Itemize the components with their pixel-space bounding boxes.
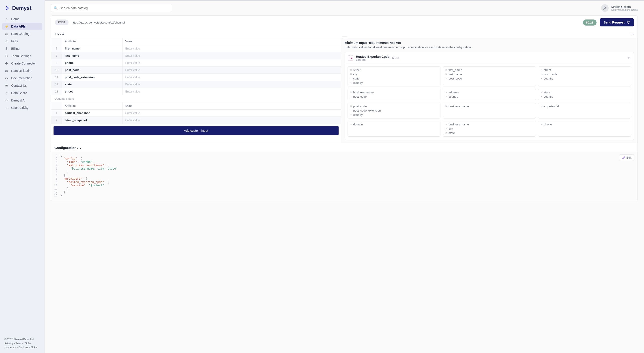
optional-header: Optional inputs (51, 95, 341, 102)
footer-link[interactable]: Terms (16, 342, 23, 345)
sidebar-item-demyst-ai[interactable]: <>Demyst AI (2, 97, 42, 104)
nav-icon: <> (4, 98, 8, 102)
x-icon: ✕ (350, 123, 352, 126)
code-line: 5 "business_name, city, state" (51, 167, 638, 170)
nav-icon: ▭ (4, 32, 8, 36)
input-value[interactable] (126, 61, 338, 64)
add-custom-input-button[interactable]: Add custom input (54, 126, 338, 135)
prohibit-icon: ⊘ (628, 56, 630, 60)
input-row: 9phone (51, 59, 341, 66)
requirement-tag: ✕country (540, 95, 629, 98)
send-request-button[interactable]: Send Request (600, 18, 634, 26)
edit-label: Edit (626, 156, 632, 159)
x-icon: ✕ (350, 68, 352, 72)
request-row: POST https://gw.us.demystdata.com/v2/cha… (51, 16, 638, 29)
config-title: Configuration (54, 146, 76, 150)
nav-icon: <> (4, 76, 8, 80)
col-value: Value (122, 102, 341, 110)
sidebar-item-files[interactable]: ≡Files (2, 38, 42, 45)
input-value[interactable] (126, 54, 338, 57)
user-menu[interactable]: Mallika Gokarn Demyst Solutions Demo (601, 4, 638, 12)
sidebar-item-billing[interactable]: $Billing (2, 45, 42, 52)
requirement-tag: ✕post_code (540, 72, 629, 76)
requirement-group: ✕street✕city✕state✕country (348, 66, 441, 86)
code-line: 10 "version": "$latest" (51, 184, 638, 187)
requirements-panel: Minimum Input Requirements Not Met Enter… (341, 38, 638, 143)
input-value[interactable] (126, 83, 338, 86)
sidebar-item-contact-us[interactable]: ✉Contact Us (2, 82, 42, 89)
col-attribute: Attribute (62, 102, 122, 110)
code-line: 9 "hosted_experian_cpdb": { (51, 180, 638, 184)
provider-price: $0.13 (392, 56, 399, 60)
input-value[interactable] (126, 68, 338, 72)
sidebar-item-documentation[interactable]: <>Documentation (2, 74, 42, 82)
config-header[interactable]: Configuration ⌄⌄ (51, 143, 638, 152)
logo[interactable]: Demyst (0, 0, 44, 14)
sidebar-item-data-share[interactable]: ↗Data Share (2, 89, 42, 96)
requirement-tag: ✕country (445, 95, 534, 98)
row-number: 2 (51, 117, 62, 124)
requirement-tag: ✕state (445, 131, 534, 134)
nav-icon: ≡ (4, 40, 8, 43)
row-number: 11 (51, 74, 62, 81)
footer-link[interactable]: Privacy (4, 342, 13, 345)
input-row: 13street (51, 88, 341, 95)
x-icon: ✕ (350, 81, 352, 84)
code-line: 13} (51, 194, 638, 197)
provider-vendor: Experian (356, 58, 390, 61)
send-label: Send Request (604, 20, 624, 24)
sidebar-item-data-utilization[interactable]: ◐Data Utilization (2, 67, 42, 74)
row-number: 7 (51, 45, 62, 52)
input-value[interactable] (126, 76, 338, 79)
request-url: https://gw.us.demystdata.com/v2/channel (72, 21, 125, 24)
requirement-tag: ✕address (445, 91, 534, 94)
requirement-tag: ✕post_code (445, 77, 534, 80)
footer-link[interactable]: SLAs (30, 346, 37, 349)
code-line: 6 ] (51, 170, 638, 174)
nav-icon: ✉ (4, 84, 8, 87)
row-number: 9 (51, 59, 62, 66)
requirement-tag: ✕domain (350, 123, 438, 126)
svg-point-2 (604, 7, 606, 8)
edit-config-button[interactable]: Edit (619, 154, 634, 161)
x-icon: ✕ (540, 77, 542, 80)
sidebar-item-home[interactable]: ⌂Home (2, 16, 42, 22)
x-icon: ✕ (350, 77, 352, 80)
nav-label: User Activity (11, 106, 28, 110)
input-value[interactable] (126, 111, 338, 115)
input-value[interactable] (126, 118, 338, 122)
nav-label: Home (11, 17, 20, 21)
requirement-tag: ✕street (350, 68, 438, 72)
drag-handle[interactable]: ··· (342, 36, 347, 39)
sidebar-item-create-connector[interactable]: ✚Create Connector (2, 60, 42, 67)
x-icon: ✕ (540, 68, 542, 72)
input-row: 8last_name (51, 52, 341, 59)
x-icon: ✕ (445, 123, 447, 126)
sidebar-item-user-activity[interactable]: ≡User Activity (2, 104, 42, 111)
code-line: 3 "mode": "cache", (51, 160, 638, 164)
requirement-tag: ✕country (540, 77, 629, 80)
requirement-group: ✕business_name✕city✕state (443, 121, 536, 137)
input-attr: state (62, 81, 122, 88)
input-value[interactable] (126, 90, 338, 93)
input-value[interactable] (126, 47, 338, 50)
search-input[interactable] (51, 4, 172, 12)
input-row: 11post_code_extension (51, 74, 341, 81)
nav-label: Files (11, 40, 18, 43)
sidebar-item-data-catalog[interactable]: ▭Data Catalog (2, 30, 42, 38)
code-line: 11 } (51, 187, 638, 190)
x-icon: ✕ (350, 73, 352, 76)
requirement-tag: ✕country (350, 113, 438, 116)
x-icon: ✕ (445, 127, 447, 130)
config-body: Edit 1{2 "config": {3 "mode": "cache",4 … (51, 152, 638, 201)
nav-label: Create Connector (11, 62, 36, 65)
requirement-tag: ✕street (540, 68, 629, 72)
sidebar-item-data-apis[interactable]: ⚡Data APIs (2, 23, 42, 30)
nav-icon: ↗ (4, 91, 8, 95)
input-attr: post_code_extension (62, 74, 122, 81)
topbar: 🔍 Mallika Gokarn Demyst Solutions Demo (45, 1, 644, 16)
x-icon: ✕ (445, 73, 447, 76)
footer-link[interactable]: Cookies (18, 346, 28, 349)
nav-label: Data APIs (11, 25, 26, 28)
sidebar-item-team-settings[interactable]: ⚙Team Settings (2, 52, 42, 60)
